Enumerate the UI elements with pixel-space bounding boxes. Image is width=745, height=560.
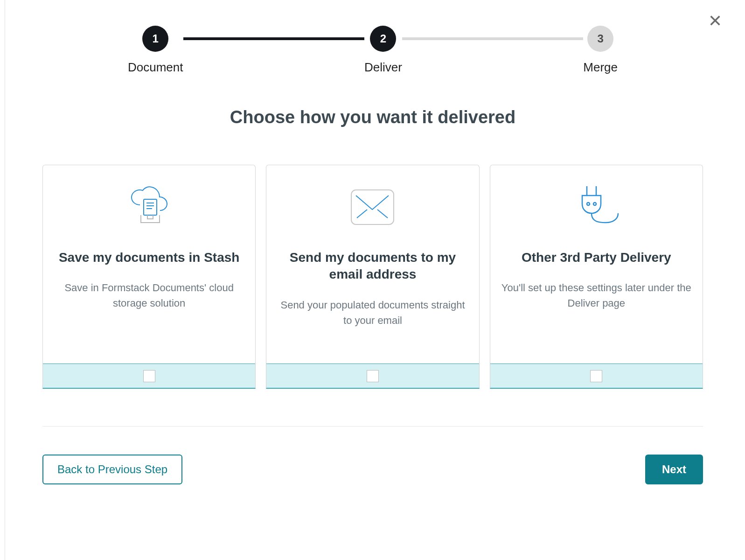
step-circle-1: 1 bbox=[142, 26, 168, 52]
svg-point-12 bbox=[593, 203, 596, 205]
close-icon bbox=[709, 14, 722, 27]
card-email[interactable]: Send my documents to my email address Se… bbox=[266, 165, 479, 389]
step-circle-2: 2 bbox=[370, 26, 396, 52]
svg-line-8 bbox=[377, 210, 388, 218]
step-deliver: 2 Deliver bbox=[364, 26, 402, 75]
step-label-3: Merge bbox=[583, 60, 618, 75]
step-document: 1 Document bbox=[128, 26, 183, 75]
envelope-icon bbox=[350, 184, 395, 231]
card-title: Send my documents to my email address bbox=[276, 249, 469, 283]
step-circle-3: 3 bbox=[587, 26, 613, 52]
card-body: Save my documents in Stash Save in Forms… bbox=[43, 165, 255, 364]
footer: Back to Previous Step Next bbox=[42, 455, 703, 484]
card-thirdparty[interactable]: Other 3rd Party Delivery You'll set up t… bbox=[490, 165, 703, 389]
stepper: 1 Document 2 Deliver 3 Merge bbox=[128, 26, 618, 75]
plug-icon bbox=[571, 184, 622, 231]
card-title: Other 3rd Party Delivery bbox=[522, 249, 671, 266]
card-title: Save my documents in Stash bbox=[59, 249, 239, 266]
back-button[interactable]: Back to Previous Step bbox=[42, 455, 182, 484]
next-button[interactable]: Next bbox=[645, 455, 703, 484]
svg-line-7 bbox=[357, 210, 367, 218]
close-button[interactable] bbox=[709, 14, 722, 29]
card-desc: Save in Formstack Documents' cloud stora… bbox=[52, 280, 246, 311]
card-desc: You'll set up these settings later under… bbox=[500, 280, 693, 311]
card-body: Other 3rd Party Delivery You'll set up t… bbox=[490, 165, 703, 364]
svg-point-11 bbox=[587, 203, 590, 205]
step-label-1: Document bbox=[128, 60, 183, 75]
wizard-modal: 1 Document 2 Deliver 3 Merge Choose how … bbox=[5, 0, 740, 560]
step-connector-1 bbox=[183, 37, 364, 40]
card-stash[interactable]: Save my documents in Stash Save in Forms… bbox=[42, 165, 256, 389]
card-check-bar bbox=[266, 364, 479, 388]
email-checkbox[interactable] bbox=[367, 370, 379, 382]
step-label-2: Deliver bbox=[364, 60, 402, 75]
svg-rect-2 bbox=[144, 199, 157, 215]
card-check-bar bbox=[43, 364, 255, 388]
stash-checkbox[interactable] bbox=[143, 370, 155, 382]
card-body: Send my documents to my email address Se… bbox=[266, 165, 479, 364]
card-desc: Send your populated documents straight t… bbox=[276, 297, 469, 328]
delivery-options: Save my documents in Stash Save in Forms… bbox=[42, 165, 703, 389]
cloud-document-icon bbox=[126, 184, 173, 231]
page-title: Choose how you want it delivered bbox=[42, 107, 703, 127]
step-merge: 3 Merge bbox=[583, 26, 618, 75]
svg-rect-6 bbox=[351, 190, 394, 224]
thirdparty-checkbox[interactable] bbox=[590, 370, 602, 382]
step-connector-2 bbox=[402, 37, 583, 40]
divider bbox=[42, 426, 703, 427]
card-check-bar bbox=[490, 364, 703, 388]
